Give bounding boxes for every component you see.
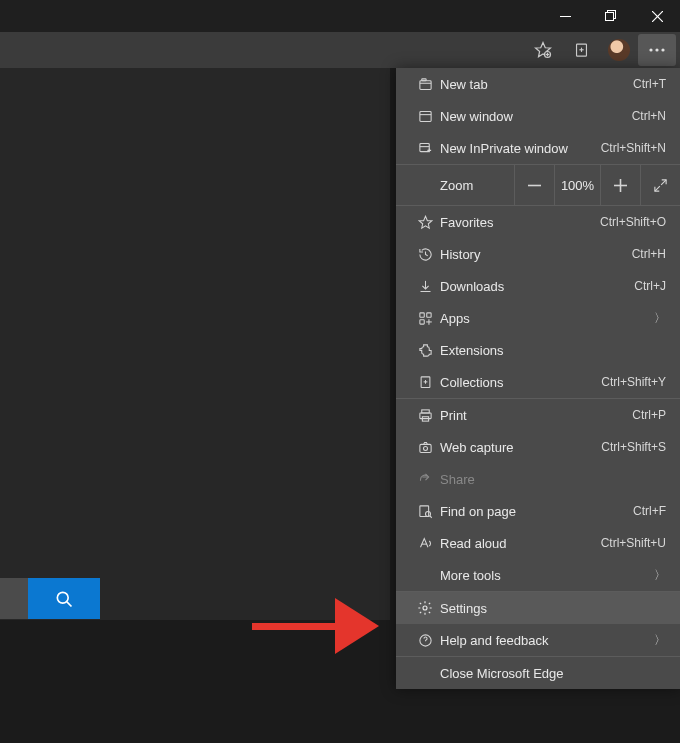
menu-share: Share [396,463,680,495]
menu-item-shortcut: Ctrl+H [632,247,666,261]
menu-item-shortcut: Ctrl+Shift+S [601,440,666,454]
menu-print[interactable]: Print Ctrl+P [396,399,680,431]
svg-line-28 [655,186,660,191]
menu-item-label: Settings [440,601,666,616]
menu-item-label: Share [440,472,666,487]
new-window-icon [410,109,440,124]
menu-inprivate[interactable]: New InPrivate window Ctrl+Shift+N [396,132,680,164]
menu-item-shortcut: Ctrl+T [633,77,666,91]
menu-item-label: Read aloud [440,536,601,551]
find-icon [410,504,440,519]
toolbar [0,32,680,68]
menu-item-label: New InPrivate window [440,141,601,156]
menu-favorites[interactable]: Favorites Ctrl+Shift+O [396,206,680,238]
menu-item-label: Print [440,408,632,423]
zoom-out-button[interactable] [514,165,554,205]
menu-item-label: More tools [440,568,654,583]
history-icon [410,247,440,262]
zoom-in-button[interactable] [600,165,640,205]
menu-apps[interactable]: Apps 〉 [396,302,680,334]
maximize-button[interactable] [588,0,634,32]
collections-icon [410,375,440,390]
menu-close-edge[interactable]: Close Microsoft Edge [396,657,680,689]
menu-item-label: Close Microsoft Edge [440,666,666,681]
svg-rect-43 [419,444,430,452]
menu-find[interactable]: Find on page Ctrl+F [396,495,680,527]
menu-item-label: New window [440,109,632,124]
zoom-value: 100% [554,165,600,205]
menu-item-label: Find on page [440,504,633,519]
svg-rect-2 [606,13,614,21]
settings-icon [410,600,440,616]
menu-item-shortcut: Ctrl+Shift+Y [601,375,666,389]
svg-rect-19 [421,78,425,80]
web-capture-icon [410,440,440,455]
zoom-label: Zoom [396,178,501,193]
inprivate-icon [410,141,440,156]
menu-item-shortcut: Ctrl+P [632,408,666,422]
menu-history[interactable]: History Ctrl+H [396,238,680,270]
help-icon [410,633,440,648]
downloads-icon [410,279,440,294]
apps-icon [410,311,440,326]
settings-menu: New tab Ctrl+T New window Ctrl+N New InP… [396,68,680,689]
menu-new-window[interactable]: New window Ctrl+N [396,100,680,132]
menu-item-shortcut: Ctrl+N [632,109,666,123]
menu-item-label: Collections [440,375,601,390]
menu-collections[interactable]: Collections Ctrl+Shift+Y [396,366,680,398]
search-pill [0,578,100,619]
print-icon [410,408,440,423]
svg-rect-41 [419,413,430,419]
share-icon [410,472,440,487]
svg-point-50 [423,606,427,610]
menu-downloads[interactable]: Downloads Ctrl+J [396,270,680,302]
menu-item-label: Downloads [440,279,634,294]
svg-point-47 [425,511,430,516]
titlebar [0,0,680,32]
favorites-star-icon[interactable] [524,34,562,66]
fullscreen-button[interactable] [640,165,680,205]
menu-read-aloud[interactable]: Read aloud Ctrl+Shift+U [396,527,680,559]
favorites-icon [410,215,440,230]
menu-item-label: Web capture [440,440,601,455]
menu-item-shortcut: Ctrl+Shift+O [600,215,666,229]
svg-point-13 [655,48,658,51]
chevron-right-icon: 〉 [654,310,666,327]
svg-marker-29 [419,216,432,228]
menu-zoom: Zoom 100% [396,165,680,205]
menu-item-shortcut: Ctrl+J [634,279,666,293]
menu-item-shortcut: Ctrl+Shift+N [601,141,666,155]
menu-settings[interactable]: Settings [396,592,680,624]
svg-point-44 [423,446,427,450]
menu-extensions[interactable]: Extensions [396,334,680,366]
menu-item-shortcut: Ctrl+Shift+U [601,536,666,550]
menu-web-capture[interactable]: Web capture Ctrl+Shift+S [396,431,680,463]
menu-item-shortcut: Ctrl+F [633,504,666,518]
collections-icon[interactable] [562,34,600,66]
menu-item-label: Help and feedback [440,633,654,648]
menu-item-label: New tab [440,77,633,92]
menu-item-label: History [440,247,632,262]
menu-new-tab[interactable]: New tab Ctrl+T [396,68,680,100]
more-menu-button[interactable] [638,34,676,66]
search-button[interactable] [28,578,100,619]
menu-item-label: Extensions [440,343,666,358]
close-button[interactable] [634,0,680,32]
profile-avatar[interactable] [600,34,638,66]
svg-rect-20 [419,111,430,121]
menu-help[interactable]: Help and feedback 〉 [396,624,680,656]
page-content [0,68,390,620]
svg-rect-33 [426,312,430,316]
read-aloud-icon [410,536,440,551]
menu-item-label: Favorites [440,215,600,230]
svg-rect-32 [419,312,423,316]
minimize-button[interactable] [542,0,588,32]
svg-point-14 [661,48,664,51]
svg-line-16 [67,601,72,606]
svg-line-48 [429,515,431,517]
menu-item-label: Apps [440,311,654,326]
menu-more-tools[interactable]: More tools 〉 [396,559,680,591]
svg-point-12 [649,48,652,51]
svg-rect-34 [419,319,423,323]
extensions-icon [410,343,440,358]
